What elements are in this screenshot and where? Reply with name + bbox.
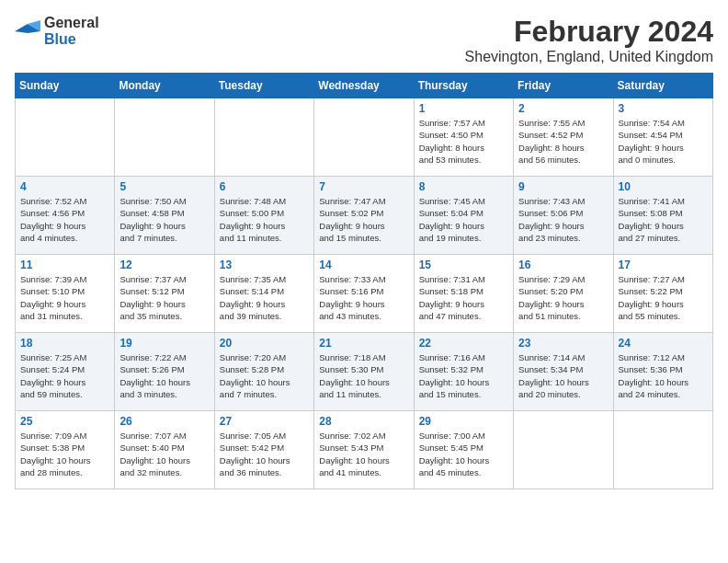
day-number: 12 (119, 259, 209, 271)
day-info: Sunrise: 7:39 AM Sunset: 5:10 PM Dayligh… (20, 273, 109, 322)
day-info: Sunrise: 7:31 AM Sunset: 5:18 PM Dayligh… (419, 273, 508, 322)
calendar-cell (514, 411, 613, 489)
calendar-cell: 18Sunrise: 7:25 AM Sunset: 5:24 PM Dayli… (16, 333, 115, 411)
day-number: 24 (619, 337, 708, 350)
day-number: 5 (119, 180, 209, 193)
day-number: 18 (20, 337, 109, 350)
calendar-cell: 6Sunrise: 7:48 AM Sunset: 5:00 PM Daylig… (214, 177, 313, 255)
week-row-1: 1Sunrise: 7:57 AM Sunset: 4:50 PM Daylig… (16, 98, 713, 177)
day-header-friday: Friday (514, 74, 613, 98)
week-row-3: 11Sunrise: 7:39 AM Sunset: 5:10 PM Dayli… (16, 255, 713, 333)
calendar-cell (613, 411, 712, 489)
day-header-monday: Monday (115, 74, 214, 98)
calendar-table: SundayMondayTuesdayWednesdayThursdayFrid… (15, 73, 713, 489)
day-number: 25 (20, 415, 109, 428)
day-header-thursday: Thursday (414, 74, 513, 98)
day-info: Sunrise: 7:02 AM Sunset: 5:43 PM Dayligh… (319, 430, 408, 478)
month-year-title: February 2024 (465, 15, 713, 49)
logo-text: General Blue (44, 15, 99, 47)
day-info: Sunrise: 7:43 AM Sunset: 5:06 PM Dayligh… (518, 195, 608, 244)
calendar-cell: 12Sunrise: 7:37 AM Sunset: 5:12 PM Dayli… (115, 255, 214, 333)
day-info: Sunrise: 7:14 AM Sunset: 5:34 PM Dayligh… (518, 351, 608, 400)
day-number: 6 (220, 180, 309, 193)
days-header-row: SundayMondayTuesdayWednesdayThursdayFrid… (16, 74, 713, 98)
day-number: 28 (319, 415, 408, 428)
day-info: Sunrise: 7:52 AM Sunset: 4:56 PM Dayligh… (20, 195, 109, 244)
day-number: 2 (518, 102, 608, 115)
title-block: February 2024 Shevington, England, Unite… (465, 15, 713, 65)
calendar-cell: 17Sunrise: 7:27 AM Sunset: 5:22 PM Dayli… (613, 255, 712, 333)
day-number: 19 (119, 337, 209, 350)
calendar-cell: 29Sunrise: 7:00 AM Sunset: 5:45 PM Dayli… (414, 411, 513, 489)
day-header-saturday: Saturday (613, 74, 712, 98)
day-info: Sunrise: 7:00 AM Sunset: 5:45 PM Dayligh… (419, 430, 508, 478)
day-info: Sunrise: 7:48 AM Sunset: 5:00 PM Dayligh… (220, 195, 309, 244)
day-info: Sunrise: 7:09 AM Sunset: 5:38 PM Dayligh… (20, 430, 109, 478)
day-header-sunday: Sunday (16, 74, 115, 98)
logo-bird-icon (15, 20, 40, 42)
day-number: 1 (419, 102, 508, 115)
calendar-cell: 22Sunrise: 7:16 AM Sunset: 5:32 PM Dayli… (414, 333, 513, 411)
day-number: 15 (419, 259, 508, 271)
day-info: Sunrise: 7:20 AM Sunset: 5:28 PM Dayligh… (220, 351, 309, 400)
logo: General Blue (15, 15, 99, 47)
calendar-cell: 26Sunrise: 7:07 AM Sunset: 5:40 PM Dayli… (115, 411, 214, 489)
day-number: 17 (619, 259, 708, 271)
location-subtitle: Shevington, England, United Kingdom (465, 49, 713, 65)
calendar-cell: 21Sunrise: 7:18 AM Sunset: 5:30 PM Dayli… (314, 333, 414, 411)
day-info: Sunrise: 7:29 AM Sunset: 5:20 PM Dayligh… (518, 273, 608, 322)
calendar-cell: 24Sunrise: 7:12 AM Sunset: 5:36 PM Dayli… (613, 333, 712, 411)
week-row-2: 4Sunrise: 7:52 AM Sunset: 4:56 PM Daylig… (16, 177, 713, 255)
calendar-cell: 13Sunrise: 7:35 AM Sunset: 5:14 PM Dayli… (214, 255, 313, 333)
day-number: 29 (419, 415, 508, 428)
day-info: Sunrise: 7:50 AM Sunset: 4:58 PM Dayligh… (119, 195, 209, 244)
calendar-cell: 20Sunrise: 7:20 AM Sunset: 5:28 PM Dayli… (214, 333, 313, 411)
calendar-cell: 19Sunrise: 7:22 AM Sunset: 5:26 PM Dayli… (115, 333, 214, 411)
day-number: 9 (518, 180, 608, 193)
day-number: 22 (419, 337, 508, 350)
calendar-cell: 14Sunrise: 7:33 AM Sunset: 5:16 PM Dayli… (314, 255, 414, 333)
day-number: 20 (220, 337, 309, 350)
day-header-wednesday: Wednesday (314, 74, 414, 98)
day-number: 8 (419, 180, 508, 193)
calendar-cell: 11Sunrise: 7:39 AM Sunset: 5:10 PM Dayli… (16, 255, 115, 333)
calendar-cell: 16Sunrise: 7:29 AM Sunset: 5:20 PM Dayli… (514, 255, 613, 333)
calendar-cell: 2Sunrise: 7:55 AM Sunset: 4:52 PM Daylig… (514, 98, 613, 177)
day-number: 21 (319, 337, 408, 350)
day-number: 10 (619, 180, 708, 193)
week-row-5: 25Sunrise: 7:09 AM Sunset: 5:38 PM Dayli… (16, 411, 713, 489)
day-info: Sunrise: 7:35 AM Sunset: 5:14 PM Dayligh… (220, 273, 309, 322)
calendar-cell (314, 98, 414, 177)
calendar-cell: 1Sunrise: 7:57 AM Sunset: 4:50 PM Daylig… (414, 98, 513, 177)
day-info: Sunrise: 7:45 AM Sunset: 5:04 PM Dayligh… (419, 195, 508, 244)
calendar-cell (16, 98, 115, 177)
calendar-cell: 5Sunrise: 7:50 AM Sunset: 4:58 PM Daylig… (115, 177, 214, 255)
day-number: 4 (20, 180, 109, 193)
day-info: Sunrise: 7:41 AM Sunset: 5:08 PM Dayligh… (619, 195, 708, 244)
day-header-tuesday: Tuesday (214, 74, 313, 98)
calendar-cell: 27Sunrise: 7:05 AM Sunset: 5:42 PM Dayli… (214, 411, 313, 489)
calendar-cell: 4Sunrise: 7:52 AM Sunset: 4:56 PM Daylig… (16, 177, 115, 255)
day-number: 3 (619, 102, 708, 115)
calendar-cell: 3Sunrise: 7:54 AM Sunset: 4:54 PM Daylig… (613, 98, 712, 177)
day-number: 14 (319, 259, 408, 271)
day-info: Sunrise: 7:12 AM Sunset: 5:36 PM Dayligh… (619, 351, 708, 400)
day-number: 27 (220, 415, 309, 428)
calendar-cell (115, 98, 214, 177)
day-info: Sunrise: 7:25 AM Sunset: 5:24 PM Dayligh… (20, 351, 109, 400)
day-info: Sunrise: 7:07 AM Sunset: 5:40 PM Dayligh… (119, 430, 209, 478)
calendar-cell: 10Sunrise: 7:41 AM Sunset: 5:08 PM Dayli… (613, 177, 712, 255)
day-info: Sunrise: 7:05 AM Sunset: 5:42 PM Dayligh… (220, 430, 309, 478)
day-number: 23 (518, 337, 608, 350)
calendar-cell: 25Sunrise: 7:09 AM Sunset: 5:38 PM Dayli… (16, 411, 115, 489)
day-number: 26 (119, 415, 209, 428)
day-info: Sunrise: 7:18 AM Sunset: 5:30 PM Dayligh… (319, 351, 408, 400)
day-info: Sunrise: 7:22 AM Sunset: 5:26 PM Dayligh… (119, 351, 209, 400)
day-info: Sunrise: 7:54 AM Sunset: 4:54 PM Dayligh… (619, 117, 708, 166)
day-number: 7 (319, 180, 408, 193)
day-info: Sunrise: 7:27 AM Sunset: 5:22 PM Dayligh… (619, 273, 708, 322)
day-info: Sunrise: 7:33 AM Sunset: 5:16 PM Dayligh… (319, 273, 408, 322)
calendar-cell: 23Sunrise: 7:14 AM Sunset: 5:34 PM Dayli… (514, 333, 613, 411)
day-info: Sunrise: 7:57 AM Sunset: 4:50 PM Dayligh… (419, 117, 508, 166)
day-info: Sunrise: 7:37 AM Sunset: 5:12 PM Dayligh… (119, 273, 209, 322)
